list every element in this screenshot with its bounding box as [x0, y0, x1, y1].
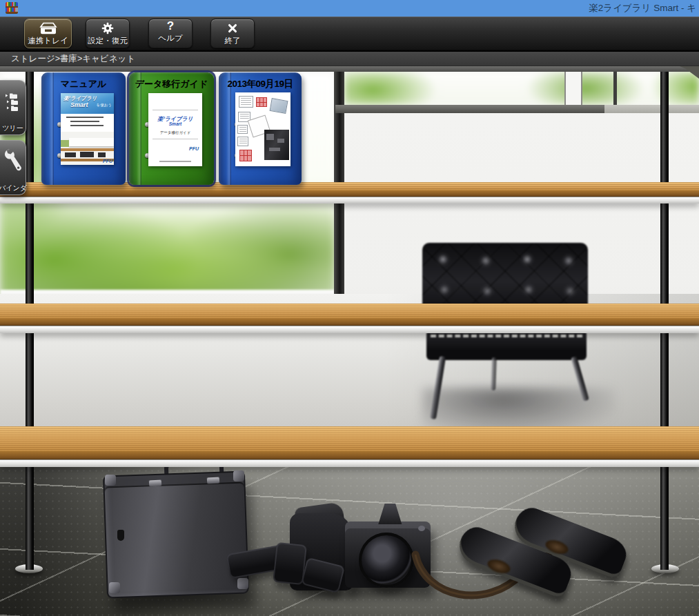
cover-text-line: [66, 117, 104, 118]
background-window-mullion-dark: [613, 72, 617, 105]
background-window-sill-right: [604, 105, 699, 113]
cover-footer-line: [159, 161, 192, 162]
background-top-frame-band: [0, 66, 699, 72]
cover-rule: [152, 110, 198, 110]
cover-logo: Smart: [70, 101, 88, 108]
pfu-logo: PFU: [103, 159, 112, 163]
cover-rule: [152, 139, 198, 139]
toolbar: 連携トレイ 設定・復元: [0, 17, 699, 52]
cover-logo: Smart: [148, 121, 202, 126]
scan-photo-block: [264, 130, 289, 161]
breadcrumb: ストレージ>書庫>キャビネット: [11, 53, 135, 65]
shelf-metal-band: [0, 197, 699, 203]
shelf-bottom: [0, 426, 699, 467]
cover-tagline: を使おう: [97, 103, 112, 108]
app-window: 楽2ライブラリ Smart - キ 連携トレイ: [0, 0, 699, 616]
app-logo-bookshelf-icon: [6, 2, 18, 14]
shelf-wood-edge: [0, 451, 699, 459]
shelf-wood-surface: [0, 426, 699, 451]
binder-title: マニュアル: [41, 78, 126, 90]
binder-title: データ移行ガイド: [129, 78, 214, 90]
cover-photo-counter: [69, 138, 114, 146]
shelf-metal-band: [0, 459, 699, 467]
breadcrumb-bar: ストレージ>書庫>キャビネット: [0, 52, 699, 66]
settings-restore-label: 設定・復元: [88, 36, 128, 46]
cabinet-scene: マニュアル 楽²ライブラリ Smart を使おう: [0, 66, 699, 616]
binder-cover-manual: 楽²ライブラリ Smart を使おう PFU: [61, 93, 114, 165]
sidebar-tab-tree[interactable]: ツリー: [0, 80, 26, 135]
background-window-mullion: [564, 72, 582, 105]
binder-manual[interactable]: マニュアル 楽²ライブラリ Smart を使おう: [41, 72, 126, 185]
shelf-wood-edge: [0, 319, 699, 326]
background-tile-floor: [0, 459, 699, 616]
shelf-metal-band: [0, 326, 699, 333]
question-icon: ?: [167, 19, 174, 33]
linked-tray-button[interactable]: 連携トレイ: [24, 19, 72, 48]
cover-photo-grass: [61, 140, 69, 147]
binder-cover-scanned-document: [235, 92, 291, 166]
shelf-top: [0, 182, 699, 203]
cover-photo-object: [65, 152, 75, 158]
sidebar-tab-tree-label: ツリー: [2, 123, 23, 133]
binder-data-migration-guide[interactable]: データ移行ガイド 楽²ライブラリ Smart データ移行ガイド PFU: [129, 72, 214, 185]
cover-text-line: [70, 121, 99, 122]
background-window-top-right: [344, 72, 699, 105]
scan-red-grid: [256, 97, 267, 107]
cover-photo-shelf: [61, 148, 114, 151]
exit-button[interactable]: 終了: [210, 19, 255, 48]
sidebar-tab-binder-tools[interactable]: バインダ: [0, 140, 26, 195]
pfu-logo: PFU: [189, 146, 199, 151]
binder-2013-09-19[interactable]: 2013年09月19日: [219, 72, 302, 185]
title-bar: 楽2ライブラリ Smart - キ: [0, 0, 699, 17]
scan-red-grid: [239, 150, 252, 161]
cover-text-line: [70, 125, 104, 126]
cover-photo-object: [98, 152, 106, 157]
scan-diagram-box: [237, 137, 248, 146]
shelf-wood-edge: [0, 190, 699, 197]
exit-label: 終了: [225, 36, 241, 46]
scan-diagram-box: [239, 96, 253, 108]
scan-panel: [270, 98, 288, 114]
cover-subtitle: データ移行ガイド: [148, 130, 202, 135]
sidebar-tab-binder-label: バインダ: [0, 183, 27, 193]
help-label: ヘルプ: [158, 33, 182, 43]
linked-tray-label: 連携トレイ: [28, 36, 68, 46]
window-title: 楽2ライブラリ Smart - キ: [448, 2, 696, 14]
settings-restore-button[interactable]: 設定・復元: [86, 19, 130, 48]
binder-cover-migration: 楽²ライブラリ Smart データ移行ガイド PFU: [148, 93, 202, 166]
shelf-middle: [0, 304, 699, 333]
background-window-framebar: [335, 105, 604, 113]
shelf-wood-surface: [0, 304, 699, 319]
binder-title: 2013年09月19日: [219, 78, 302, 90]
cover-photo-object: [80, 152, 94, 158]
help-button[interactable]: ? ヘルプ: [148, 19, 193, 48]
scan-diagram-box: [237, 125, 247, 134]
